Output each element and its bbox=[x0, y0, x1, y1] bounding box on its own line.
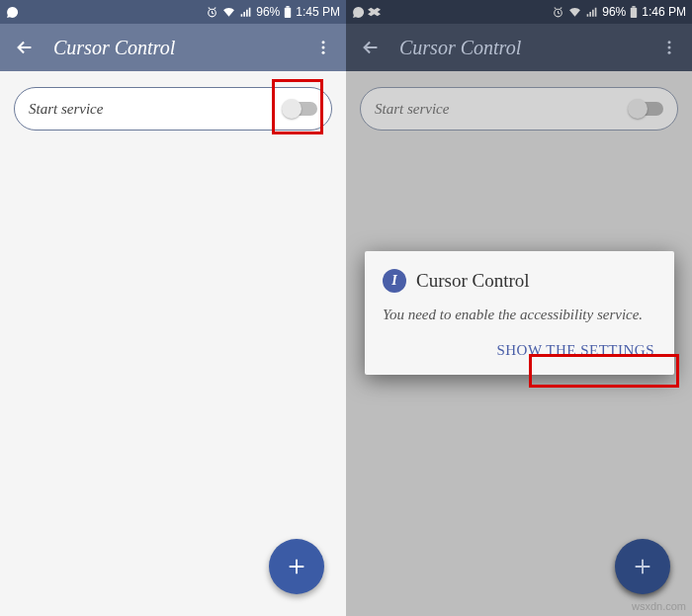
app-title: Cursor Control bbox=[399, 37, 643, 59]
svg-point-5 bbox=[322, 51, 325, 54]
svg-rect-7 bbox=[631, 7, 637, 17]
clock-time: 1:45 PM bbox=[296, 5, 340, 19]
alarm-icon bbox=[552, 6, 564, 19]
whatsapp-icon bbox=[6, 6, 19, 19]
start-service-label: Start service bbox=[29, 101, 103, 118]
app-badge-icon: I bbox=[383, 269, 406, 293]
battery-icon bbox=[630, 6, 638, 19]
highlight-action bbox=[529, 354, 679, 388]
svg-rect-1 bbox=[285, 7, 291, 17]
back-icon[interactable] bbox=[14, 37, 36, 58]
svg-rect-2 bbox=[287, 6, 290, 8]
watermark: wsxdn.com bbox=[632, 600, 686, 612]
toggle-knob bbox=[628, 99, 648, 119]
start-service-card: Start service bbox=[360, 87, 678, 131]
battery-percent: 96% bbox=[602, 5, 626, 19]
back-icon[interactable] bbox=[360, 37, 382, 58]
app-bar: Cursor Control bbox=[0, 24, 346, 71]
dialog-message: You need to enable the accessibility ser… bbox=[383, 305, 656, 324]
start-service-label: Start service bbox=[375, 101, 449, 118]
fab-add[interactable] bbox=[269, 539, 324, 594]
status-bar: 96% 1:46 PM bbox=[346, 0, 692, 24]
svg-rect-8 bbox=[633, 6, 636, 8]
battery-percent: 96% bbox=[256, 5, 280, 19]
app-title: Cursor Control bbox=[53, 37, 297, 59]
clock-time: 1:46 PM bbox=[642, 5, 686, 19]
signal-icon bbox=[585, 6, 598, 19]
svg-point-9 bbox=[668, 41, 671, 44]
phone-screenshot-left: 96% 1:45 PM Cursor Control Start service bbox=[0, 0, 346, 616]
battery-icon bbox=[284, 6, 292, 19]
more-icon[interactable] bbox=[314, 39, 332, 56]
dropbox-icon bbox=[368, 6, 381, 19]
service-toggle bbox=[630, 102, 663, 116]
phone-screenshot-right: 96% 1:46 PM Cursor Control Start service… bbox=[346, 0, 692, 616]
status-bar: 96% 1:45 PM bbox=[0, 0, 346, 24]
highlight-toggle bbox=[272, 79, 323, 134]
svg-point-3 bbox=[322, 41, 325, 44]
app-bar: Cursor Control bbox=[346, 24, 692, 71]
fab-add bbox=[615, 539, 670, 594]
dialog-title: Cursor Control bbox=[416, 270, 530, 292]
content-area: Start service bbox=[0, 71, 346, 616]
whatsapp-icon bbox=[352, 6, 365, 19]
svg-point-4 bbox=[322, 46, 325, 49]
svg-point-11 bbox=[668, 51, 671, 54]
wifi-icon bbox=[568, 6, 581, 19]
signal-icon bbox=[239, 6, 252, 19]
svg-point-10 bbox=[668, 46, 671, 49]
more-icon[interactable] bbox=[660, 39, 678, 56]
wifi-icon bbox=[222, 6, 235, 19]
alarm-icon bbox=[206, 6, 218, 19]
